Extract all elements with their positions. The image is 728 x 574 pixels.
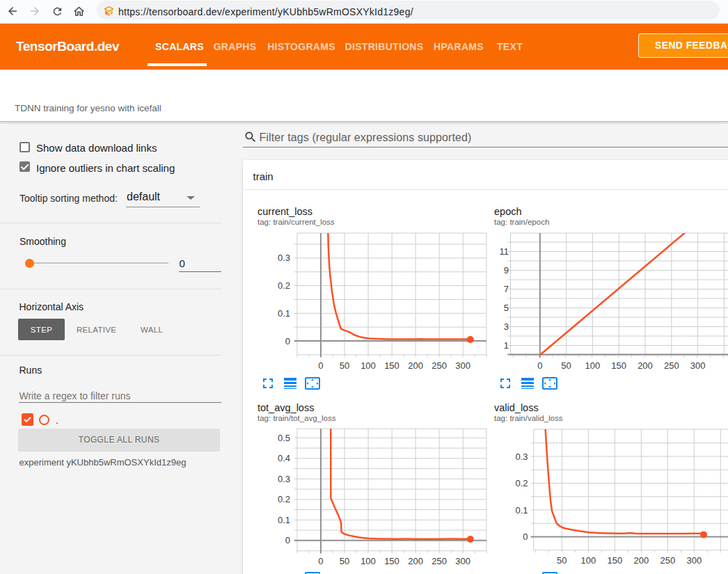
svg-text:0.3: 0.3 [515,452,528,462]
svg-text:100: 100 [580,555,596,566]
svg-text:150: 150 [607,555,622,566]
svg-text:200: 200 [633,555,649,566]
svg-text:0: 0 [523,532,528,542]
svg-text:0.2: 0.2 [515,478,528,488]
svg-text:300: 300 [686,555,702,566]
svg-text:250: 250 [660,555,675,566]
svg-text:50: 50 [557,555,567,566]
svg-text:0.1: 0.1 [515,505,528,516]
